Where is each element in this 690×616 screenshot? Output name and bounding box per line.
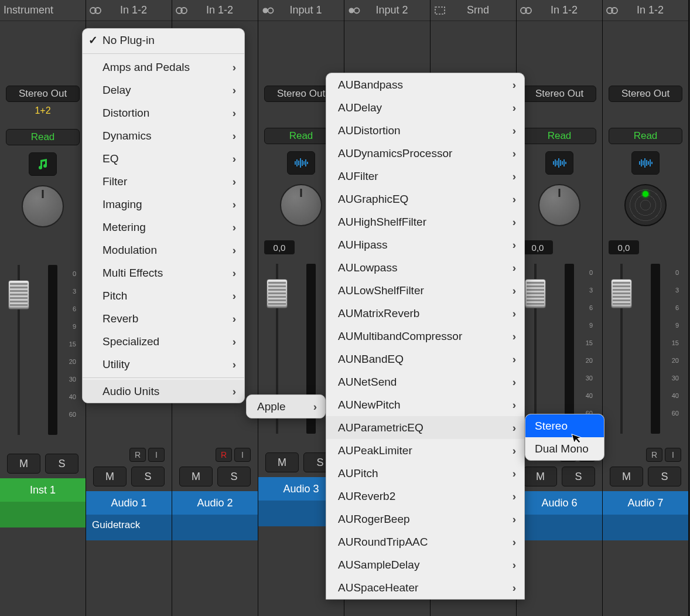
mute-button[interactable]: M xyxy=(610,467,643,486)
menu-item-plugin[interactable]: AUNewPitch› xyxy=(326,393,524,416)
menu-item-category[interactable]: Reverb› xyxy=(83,307,244,330)
solo-button[interactable]: S xyxy=(217,467,251,486)
menu-item-plugin[interactable]: AUDistortion› xyxy=(326,119,524,142)
track-name[interactable]: Audio 1 xyxy=(86,491,172,515)
mute-button[interactable]: M xyxy=(179,467,213,486)
menu-item-category[interactable]: Dynamics› xyxy=(83,124,244,147)
menu-item-plugin[interactable]: AUHighShelfFilter› xyxy=(326,210,524,233)
menu-item-plugin[interactable]: AURogerBeep› xyxy=(326,508,524,530)
solo-button[interactable]: S xyxy=(45,454,78,474)
menu-item-category[interactable]: Amps and Pedals› xyxy=(83,56,244,79)
track-subname[interactable] xyxy=(517,515,602,540)
menu-item-plugin[interactable]: AUSpaceHeater› xyxy=(326,576,524,599)
menu-item-plugin[interactable]: AUPeakLimiter› xyxy=(326,439,524,462)
track-name[interactable]: Audio 6 xyxy=(517,491,602,515)
mute-button[interactable]: M xyxy=(7,454,40,474)
menu-item-channel-mode[interactable]: Dual Mono xyxy=(525,437,604,460)
track-icon[interactable] xyxy=(287,151,315,175)
fader-handle[interactable] xyxy=(267,279,288,308)
menu-item-plugin[interactable]: AUNBandEQ› xyxy=(326,348,524,370)
menu-item-plugin[interactable]: AUFilter› xyxy=(326,165,524,188)
menu-item-category[interactable]: Specialized› xyxy=(83,330,244,353)
menu-item-plugin[interactable]: AUMatrixReverb› xyxy=(326,302,524,325)
pan-knob[interactable] xyxy=(538,184,580,226)
menu-item-plugin[interactable]: AUSampleDelay› xyxy=(326,553,524,576)
track-name[interactable]: Inst 1 xyxy=(0,478,86,502)
pan-value[interactable]: 0,0 xyxy=(522,240,553,254)
track-subname[interactable]: Guidetrack xyxy=(86,515,172,540)
io-header[interactable]: Instrument xyxy=(0,0,86,21)
io-header[interactable]: In 1-2 xyxy=(603,0,688,21)
mute-button[interactable]: M xyxy=(524,467,557,486)
io-header[interactable]: In 1-2 xyxy=(172,0,258,21)
menu-item-category[interactable]: Distortion› xyxy=(83,101,244,124)
track-icon[interactable] xyxy=(29,152,57,176)
menu-item-plugin[interactable]: AUNetSend› xyxy=(326,370,524,393)
menu-item-plugin[interactable]: AULowShelfFilter› xyxy=(326,279,524,302)
plugin-category-menu[interactable]: No Plug-in Amps and Pedals›Delay›Distort… xyxy=(82,28,245,403)
menu-item-audio-units[interactable]: Audio Units› xyxy=(83,380,244,403)
menu-item-category[interactable]: Metering› xyxy=(83,216,244,239)
menu-item-plugin[interactable]: AUReverb2› xyxy=(326,485,524,508)
menu-item-no-plugin[interactable]: No Plug-in xyxy=(83,29,244,52)
io-header[interactable]: Srnd xyxy=(431,0,516,21)
mute-button[interactable]: M xyxy=(265,452,299,472)
menu-item-category[interactable]: Delay› xyxy=(83,79,244,101)
menu-item-vendor[interactable]: Apple› xyxy=(247,395,325,418)
fader-handle[interactable] xyxy=(8,280,29,309)
mute-button[interactable]: M xyxy=(93,467,127,486)
menu-item-plugin[interactable]: AUParametricEQ› xyxy=(326,416,524,439)
menu-item-category[interactable]: Filter› xyxy=(83,170,244,193)
menu-item-channel-mode[interactable]: Stereo xyxy=(525,414,604,437)
io-header[interactable]: Input 1 xyxy=(258,0,344,21)
track-subname[interactable] xyxy=(0,502,86,527)
menu-item-plugin[interactable]: AUDynamicsProcessor› xyxy=(326,142,524,165)
automation-mode-button[interactable]: Read xyxy=(522,128,596,144)
pan-knob[interactable] xyxy=(280,184,322,226)
io-header[interactable]: In 1-2 xyxy=(517,0,602,21)
insert-slots[interactable] xyxy=(517,21,602,83)
fader-handle[interactable] xyxy=(611,279,632,308)
track-name[interactable]: Audio 7 xyxy=(603,491,688,515)
insert-slots[interactable] xyxy=(603,21,688,83)
output-selector[interactable]: Stereo Out xyxy=(609,86,682,102)
menu-item-plugin[interactable]: AUPitch› xyxy=(326,462,524,485)
menu-item-category[interactable]: Imaging› xyxy=(83,193,244,216)
fader-handle[interactable] xyxy=(525,279,546,308)
automation-mode-button[interactable]: Read xyxy=(609,128,682,144)
menu-item-category[interactable]: EQ› xyxy=(83,147,244,170)
menu-item-plugin[interactable]: AUHipass› xyxy=(326,233,524,256)
menu-item-category[interactable]: Pitch› xyxy=(83,284,244,307)
menu-item-category[interactable]: Multi Effects› xyxy=(83,261,244,284)
track-subname[interactable] xyxy=(603,515,688,540)
track-name[interactable]: Audio 2 xyxy=(172,491,258,515)
io-header[interactable]: In 1-2 xyxy=(86,0,172,21)
menu-item-category[interactable]: Utility› xyxy=(83,353,244,376)
menu-item-plugin[interactable]: AUDelay› xyxy=(326,96,524,119)
plugin-list-menu[interactable]: AUBandpass›AUDelay›AUDistortion›AUDynami… xyxy=(326,73,525,600)
menu-item-plugin[interactable]: AURoundTripAAC› xyxy=(326,530,524,553)
track-icon[interactable] xyxy=(631,151,660,175)
insert-slots[interactable] xyxy=(0,21,86,83)
io-header[interactable]: Input 2 xyxy=(344,0,430,21)
automation-mode-button[interactable]: Read xyxy=(6,129,80,145)
menu-item-plugin[interactable]: AULowpass› xyxy=(326,256,524,279)
menu-item-category[interactable]: Modulation› xyxy=(83,239,244,261)
surround-panner[interactable] xyxy=(624,184,667,226)
pan-value[interactable]: 0,0 xyxy=(264,240,295,254)
send-label[interactable]: 1+2 xyxy=(25,105,60,118)
menu-item-plugin[interactable]: AUGraphicEQ› xyxy=(326,188,524,210)
output-selector[interactable]: Stereo Out xyxy=(6,86,80,102)
solo-button[interactable]: S xyxy=(562,467,595,486)
output-selector[interactable]: Stereo Out xyxy=(522,86,596,102)
track-subname[interactable] xyxy=(172,515,258,540)
menu-item-plugin[interactable]: AUMultibandCompressor› xyxy=(326,325,524,348)
track-icon[interactable] xyxy=(545,151,573,175)
plugin-vendor-menu[interactable]: Apple› xyxy=(246,394,326,418)
solo-button[interactable]: S xyxy=(131,467,165,486)
pan-value[interactable]: 0,0 xyxy=(609,240,639,254)
plugin-channel-menu[interactable]: StereoDual Mono xyxy=(525,414,604,461)
menu-item-plugin[interactable]: AUBandpass› xyxy=(326,73,524,96)
solo-button[interactable]: S xyxy=(648,467,681,486)
pan-knob[interactable] xyxy=(22,185,64,227)
